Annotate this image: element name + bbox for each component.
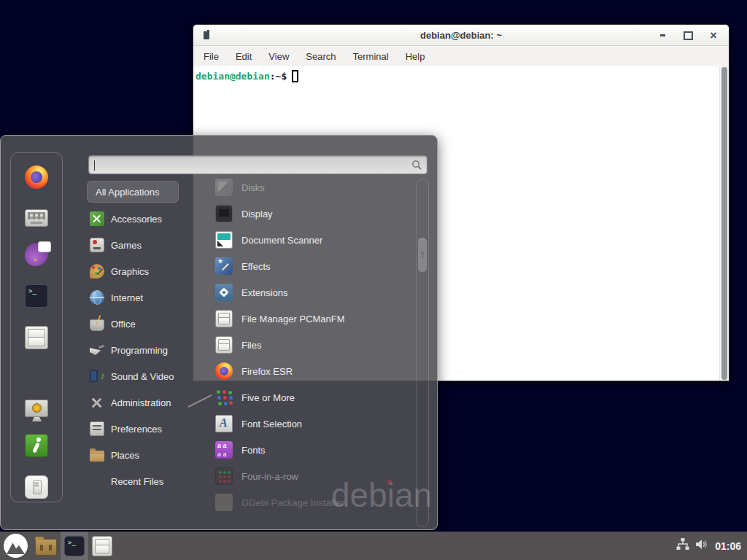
favorite-item-lock-screen[interactable] — [25, 398, 48, 419]
terminal-menubar: File Edit View Search Terminal Help — [193, 46, 729, 66]
application-item[interactable]: File Manager PCManFM — [193, 306, 412, 332]
terminal-scrollbar[interactable] — [719, 66, 729, 381]
category-item[interactable]: Administration — [87, 389, 196, 416]
application-menu: All Applications Accessories Games Graph… — [0, 135, 438, 530]
application-icon — [215, 494, 233, 511]
application-icon — [215, 362, 233, 380]
application-icon — [215, 310, 233, 327]
menubar-item[interactable]: Edit — [233, 49, 255, 64]
application-item[interactable]: Five or More — [193, 384, 412, 411]
favorites-sidebar — [10, 152, 63, 502]
application-item[interactable]: Font Selection — [193, 411, 412, 437]
category-label: Office — [111, 319, 136, 330]
category-label: Accessories — [111, 214, 162, 225]
terminal-task-button[interactable] — [61, 532, 88, 560]
application-icon — [215, 231, 233, 249]
favorite-item-shutdown[interactable] — [25, 475, 48, 502]
menubar-item[interactable]: View — [266, 49, 292, 64]
watermark-red-dot — [387, 480, 392, 484]
prompt-user-host: debian@debian — [196, 71, 270, 82]
terminal-icon — [64, 536, 85, 556]
menu-button[interactable] — [0, 532, 31, 560]
window-controls — [654, 25, 721, 46]
category-icon — [90, 369, 104, 384]
category-item[interactable]: Recent Files — [87, 468, 196, 494]
category-icon — [90, 421, 104, 436]
category-item[interactable]: Games — [87, 232, 196, 258]
application-item[interactable]: Document Scanner — [193, 227, 412, 253]
taskbar-clock[interactable]: 01:06 — [715, 540, 741, 552]
category-label: All Applications — [96, 187, 159, 198]
terminal-titlebar[interactable]: debian@debian: ~ — [193, 25, 729, 46]
favorite-item-file-cabinet[interactable] — [25, 326, 48, 352]
file-cabinet-icon — [92, 536, 112, 556]
category-icon — [90, 343, 104, 357]
terminal-cursor — [292, 70, 298, 82]
file-manager-button[interactable] — [31, 532, 61, 560]
category-icon — [90, 264, 104, 279]
favorite-icon — [25, 166, 48, 189]
network-icon[interactable] — [676, 538, 689, 553]
category-icon — [90, 238, 104, 252]
volume-icon[interactable] — [696, 539, 708, 553]
application-label: Font Selection — [241, 419, 302, 429]
category-item[interactable]: All Applications — [87, 181, 179, 203]
category-item[interactable]: Graphics — [87, 258, 196, 284]
window-title: debian@debian: ~ — [193, 30, 729, 41]
favorite-item-pidgin[interactable] — [25, 243, 48, 269]
menu-scrollbar-thumb[interactable] — [418, 238, 427, 272]
application-icon — [215, 336, 233, 354]
category-icon — [90, 290, 104, 305]
favorite-item-logout[interactable] — [25, 434, 48, 460]
application-item[interactable]: Firefox ESR — [193, 358, 412, 384]
search-box[interactable] — [88, 155, 427, 174]
category-icon — [90, 211, 104, 226]
favorite-item-keyboard-settings[interactable] — [25, 207, 48, 228]
category-item[interactable]: Preferences — [87, 416, 196, 442]
category-item[interactable]: Accessories — [87, 206, 196, 232]
favorite-item-terminal[interactable] — [25, 284, 48, 311]
application-label: Five or More — [241, 392, 295, 403]
category-label: Preferences — [111, 424, 162, 435]
application-icon — [215, 257, 233, 275]
close-button[interactable] — [705, 28, 721, 43]
favorite-item-firefox[interactable] — [25, 166, 48, 192]
favorite-icon — [25, 243, 48, 266]
category-item[interactable]: Sound & Video — [87, 363, 196, 389]
application-icon — [215, 284, 233, 301]
menubar-item[interactable]: File — [201, 49, 222, 64]
category-icon — [90, 319, 104, 331]
terminal-scrollbar-thumb[interactable] — [721, 67, 727, 380]
category-label: Internet — [111, 292, 143, 303]
category-label: Sound & Video — [111, 371, 174, 382]
menubar-item[interactable]: Terminal — [350, 49, 392, 64]
files-task-button[interactable] — [88, 532, 116, 560]
category-item[interactable]: Places — [87, 442, 196, 468]
favorite-icon — [25, 284, 48, 308]
category-icon — [90, 395, 104, 410]
search-input[interactable] — [89, 156, 427, 174]
application-label: File Manager PCManFM — [241, 314, 345, 324]
category-label: Administration — [111, 397, 171, 408]
application-item[interactable]: Display — [193, 201, 412, 227]
watermark-text: debian — [331, 476, 432, 514]
category-label: Recent Files — [111, 476, 163, 487]
application-label: GDebi Package Installer — [241, 497, 344, 508]
minimize-button[interactable] — [654, 28, 670, 43]
category-list: All Applications Accessories Games Graph… — [87, 179, 196, 494]
maximize-button[interactable] — [680, 28, 696, 43]
application-item[interactable]: Files — [193, 332, 412, 358]
application-item[interactable]: Extensions — [193, 279, 412, 306]
application-label: Document Scanner — [241, 235, 322, 246]
menubar-item[interactable]: Search — [303, 49, 338, 64]
terminal-window-icon — [204, 31, 209, 39]
application-item[interactable]: Disks — [193, 174, 412, 201]
application-label: Files — [241, 340, 261, 351]
category-label: Graphics — [111, 266, 149, 277]
menubar-item[interactable]: Help — [403, 49, 428, 64]
category-item[interactable]: Programming — [87, 337, 196, 363]
category-item[interactable]: Internet — [87, 284, 196, 311]
application-item[interactable]: Fonts — [193, 437, 412, 463]
category-item[interactable]: Office — [87, 311, 196, 337]
application-item[interactable]: Effects — [193, 253, 412, 279]
